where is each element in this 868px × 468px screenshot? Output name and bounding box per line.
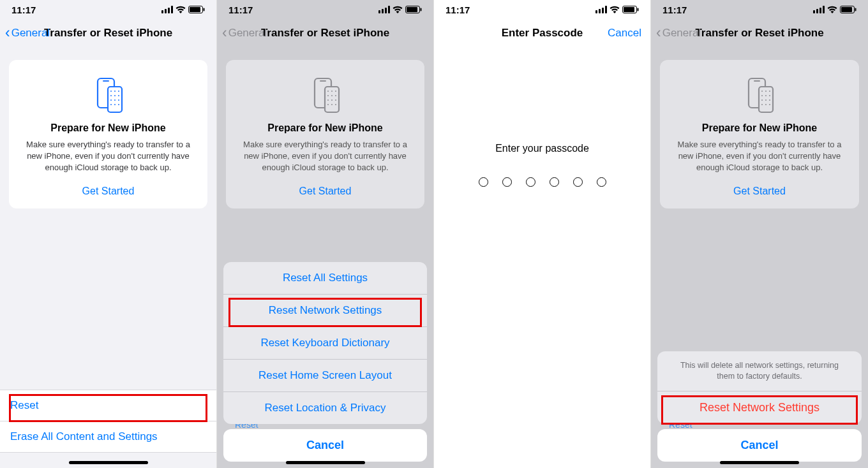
screen-transfer-reset: 11:17 ‹ General Transfer or Reset iPhone — [0, 0, 217, 468]
passcode-dots[interactable] — [434, 177, 650, 187]
status-time: 11:17 — [445, 4, 470, 15]
svg-rect-25 — [388, 6, 390, 13]
status-icons — [595, 6, 639, 13]
confirm-reset-network-button[interactable]: Reset Network Settings — [657, 391, 862, 424]
confirm-action-sheet: This will delete all network settings, r… — [657, 351, 862, 462]
cancel-button[interactable]: Cancel — [608, 27, 641, 40]
svg-point-13 — [110, 95, 112, 96]
card-title: Prepare for New iPhone — [235, 122, 415, 134]
sheet-cancel-button[interactable]: Cancel — [657, 429, 862, 462]
reset-home-screen-layout[interactable]: Reset Home Screen Layout — [223, 360, 427, 392]
status-time: 11:17 — [662, 4, 687, 15]
passcode-prompt: Enter your passcode — [434, 143, 650, 154]
svg-rect-52 — [816, 9, 818, 13]
status-icons — [813, 6, 857, 13]
back-label: General — [662, 27, 701, 40]
svg-point-15 — [118, 95, 119, 96]
sheet-cancel-button[interactable]: Cancel — [223, 429, 427, 462]
svg-rect-1 — [165, 9, 167, 13]
svg-point-10 — [110, 91, 112, 92]
prepare-card: Prepare for New iPhone Make sure everyth… — [9, 60, 207, 208]
reset-row[interactable]: Reset — [0, 390, 216, 421]
svg-rect-30 — [320, 80, 326, 82]
svg-rect-28 — [421, 8, 422, 11]
reset-location-privacy[interactable]: Reset Location & Privacy — [223, 392, 427, 424]
svg-point-21 — [118, 104, 119, 105]
svg-point-65 — [765, 95, 767, 96]
svg-point-42 — [331, 104, 333, 105]
svg-point-38 — [327, 99, 329, 101]
svg-point-19 — [110, 104, 112, 105]
svg-rect-49 — [624, 7, 634, 12]
svg-rect-22 — [378, 10, 380, 13]
svg-rect-46 — [602, 8, 604, 13]
svg-rect-2 — [168, 8, 170, 13]
svg-rect-45 — [599, 9, 601, 13]
devices-icon — [18, 73, 198, 119]
nav-bar: ‹ General Transfer or Reset iPhone — [651, 19, 868, 47]
chevron-left-icon: ‹ — [656, 26, 661, 40]
home-indicator — [69, 461, 148, 464]
passcode-dot — [597, 177, 606, 187]
svg-point-72 — [769, 104, 770, 105]
home-indicator — [286, 461, 365, 464]
card-title: Prepare for New iPhone — [669, 122, 850, 134]
svg-point-11 — [114, 91, 116, 92]
svg-rect-44 — [595, 10, 597, 13]
svg-point-16 — [110, 99, 112, 101]
back-button[interactable]: ‹ General — [5, 26, 50, 41]
prepare-card-dimmed: Prepare for New iPhone Make sure everyth… — [226, 60, 424, 208]
svg-point-34 — [335, 91, 336, 92]
svg-point-35 — [327, 95, 329, 96]
card-body: Make sure everything's ready to transfer… — [18, 139, 198, 174]
nav-title: Transfer or Reset iPhone — [44, 27, 172, 40]
card-body: Make sure everything's ready to transfer… — [669, 139, 850, 174]
svg-rect-51 — [813, 10, 815, 13]
svg-rect-23 — [382, 9, 384, 13]
svg-point-40 — [335, 99, 336, 101]
svg-rect-50 — [638, 8, 639, 11]
svg-rect-53 — [819, 8, 821, 13]
svg-point-20 — [114, 104, 116, 105]
card-title: Prepare for New iPhone — [18, 122, 198, 134]
passcode-dot — [502, 177, 512, 187]
svg-point-37 — [335, 95, 336, 96]
svg-point-61 — [761, 91, 763, 92]
passcode-dot — [573, 177, 583, 187]
svg-point-62 — [765, 91, 767, 92]
screen-passcode: 11:17 Enter Passcode Cancel Enter your p… — [434, 0, 651, 468]
status-bar: 11:17 — [651, 0, 868, 19]
svg-rect-59 — [754, 80, 760, 82]
svg-point-43 — [335, 104, 336, 105]
card-body: Make sure everything's ready to transfer… — [235, 139, 415, 174]
status-icons — [161, 6, 205, 13]
svg-point-18 — [118, 99, 119, 101]
svg-rect-27 — [407, 7, 417, 12]
get-started-button[interactable]: Get Started — [18, 186, 198, 197]
screen-reset-sheet: 11:17 ‹ General Transfer or Reset iPhone — [217, 0, 434, 468]
status-bar: 11:17 — [217, 0, 433, 19]
status-icons — [378, 6, 422, 13]
svg-point-36 — [331, 95, 333, 96]
nav-title: Enter Passcode — [502, 27, 583, 40]
svg-point-41 — [327, 104, 329, 105]
status-bar: 11:17 — [0, 0, 216, 19]
svg-point-17 — [114, 99, 116, 101]
svg-point-66 — [769, 95, 770, 96]
svg-point-69 — [769, 99, 770, 101]
get-started-button: Get Started — [235, 186, 415, 197]
back-label: General — [228, 27, 267, 40]
passcode-dot — [550, 177, 559, 187]
get-started-button: Get Started — [669, 186, 850, 197]
svg-rect-0 — [161, 10, 163, 13]
reset-keyboard-dictionary[interactable]: Reset Keyboard Dictionary — [223, 327, 427, 360]
reset-action-sheet: Reset All Settings Reset Network Setting… — [223, 262, 427, 462]
screen-confirm-reset: 11:17 ‹ General Transfer or Reset iPhone — [651, 0, 868, 468]
status-time: 11:17 — [228, 4, 253, 15]
confirm-message: This will delete all network settings, r… — [657, 351, 862, 391]
back-button-disabled: ‹ General — [222, 26, 267, 41]
reset-all-settings[interactable]: Reset All Settings — [223, 262, 427, 295]
svg-rect-24 — [385, 8, 387, 13]
reset-network-settings[interactable]: Reset Network Settings — [223, 295, 427, 327]
erase-row[interactable]: Erase All Content and Settings — [0, 421, 216, 453]
